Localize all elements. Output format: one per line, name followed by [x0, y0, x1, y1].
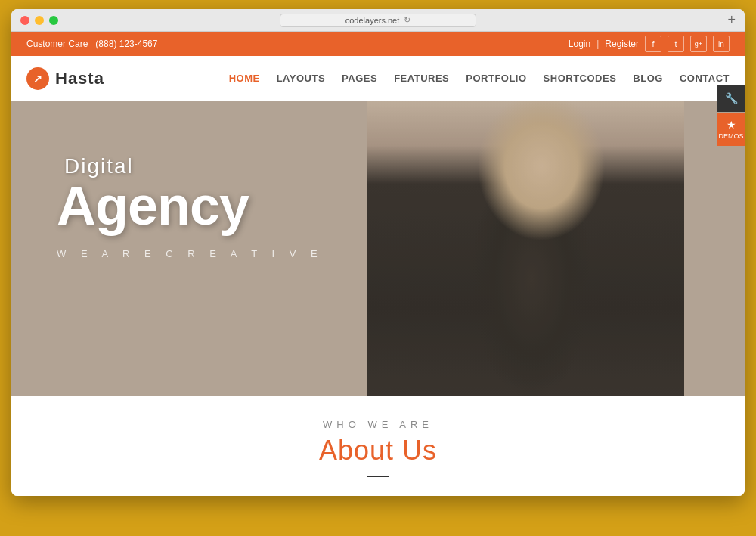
- demos-label: DEMOS: [718, 132, 743, 140]
- logo-arrow: ↗: [33, 73, 42, 85]
- nav-item-blog[interactable]: BLOG: [633, 73, 663, 84]
- nav-link-home[interactable]: HOME: [229, 73, 260, 84]
- nav-link-contact[interactable]: CONTACT: [680, 73, 730, 84]
- login-link[interactable]: Login: [569, 39, 590, 49]
- logo-icon: ↗: [26, 67, 49, 90]
- nav-item-contact[interactable]: CONTACT: [680, 73, 730, 84]
- nav-menu: HOME LAYOUTS PAGES FEATURES PORTFOLIO SH…: [229, 73, 730, 84]
- hero-subtitle: W e a r e c r e a t i v e: [57, 248, 745, 259]
- google-plus-icon[interactable]: g+: [690, 36, 707, 52]
- about-divider: [367, 476, 389, 477]
- about-title-normal: About: [319, 435, 402, 466]
- title-bar: codelayers.net ↻ +: [11, 9, 745, 32]
- customer-care-label: Customer Care: [26, 39, 88, 49]
- nav-link-layouts[interactable]: LAYOUTS: [277, 73, 325, 84]
- top-bar-right: Login | Register f t g+ in: [569, 36, 730, 52]
- url-text: codelayers.net: [345, 16, 400, 25]
- nav-link-pages[interactable]: PAGES: [342, 73, 377, 84]
- nav-link-shortcodes[interactable]: SHORTCODES: [544, 73, 617, 84]
- phone-number: (888) 123-4567: [95, 39, 157, 49]
- site-container: Customer Care (888) 123-4567 Login | Reg…: [11, 32, 745, 496]
- facebook-icon[interactable]: f: [645, 36, 662, 52]
- close-button[interactable]: [20, 16, 29, 25]
- new-tab-button[interactable]: +: [727, 12, 736, 28]
- watermark: www.heritagechristiancollege.com: [26, 482, 141, 490]
- nav-item-portfolio[interactable]: PORTFOLIO: [466, 73, 526, 84]
- hero-title-line2: Agency: [57, 178, 745, 233]
- divider: |: [596, 39, 599, 49]
- register-link[interactable]: Register: [605, 39, 639, 49]
- logo-text: Hasta: [55, 69, 104, 88]
- nav-item-shortcodes[interactable]: SHORTCODES: [544, 73, 617, 84]
- hero-section: Digital Agency W e a r e c r e a t i v e: [11, 101, 745, 396]
- window-controls: [20, 16, 58, 25]
- hero-content: Digital Agency W e a r e c r e a t i v e: [11, 101, 745, 259]
- minimize-button[interactable]: [35, 16, 44, 25]
- star-icon: ★: [727, 119, 736, 131]
- maximize-button[interactable]: [49, 16, 58, 25]
- logo[interactable]: ↗ Hasta: [26, 67, 117, 90]
- nav-item-layouts[interactable]: LAYOUTS: [277, 73, 325, 84]
- nav-bar: ↗ Hasta HOME LAYOUTS PAGES FEATURES PORT…: [11, 56, 745, 101]
- about-title-accent: Us: [402, 435, 437, 466]
- wrench-button[interactable]: 🔧: [717, 85, 745, 112]
- about-subtitle: Who We Are: [11, 419, 745, 430]
- browser-window: codelayers.net ↻ + Customer Care (888) 1…: [11, 9, 745, 496]
- nav-item-features[interactable]: FEATURES: [394, 73, 449, 84]
- linkedin-icon[interactable]: in: [713, 36, 730, 52]
- demos-button[interactable]: ★ DEMOS: [717, 113, 745, 146]
- refresh-icon[interactable]: ↻: [404, 15, 411, 25]
- about-title: About Us: [11, 435, 745, 466]
- nav-item-home[interactable]: HOME: [229, 73, 260, 84]
- wrench-icon: 🔧: [725, 92, 738, 104]
- url-bar[interactable]: codelayers.net ↻: [280, 14, 476, 27]
- twitter-icon[interactable]: t: [668, 36, 684, 52]
- nav-link-features[interactable]: FEATURES: [394, 73, 449, 84]
- nav-link-portfolio[interactable]: PORTFOLIO: [466, 73, 526, 84]
- nav-item-pages[interactable]: PAGES: [342, 73, 377, 84]
- top-bar-left: Customer Care (888) 123-4567: [26, 39, 157, 49]
- nav-link-blog[interactable]: BLOG: [633, 73, 663, 84]
- top-bar: Customer Care (888) 123-4567 Login | Reg…: [11, 32, 745, 56]
